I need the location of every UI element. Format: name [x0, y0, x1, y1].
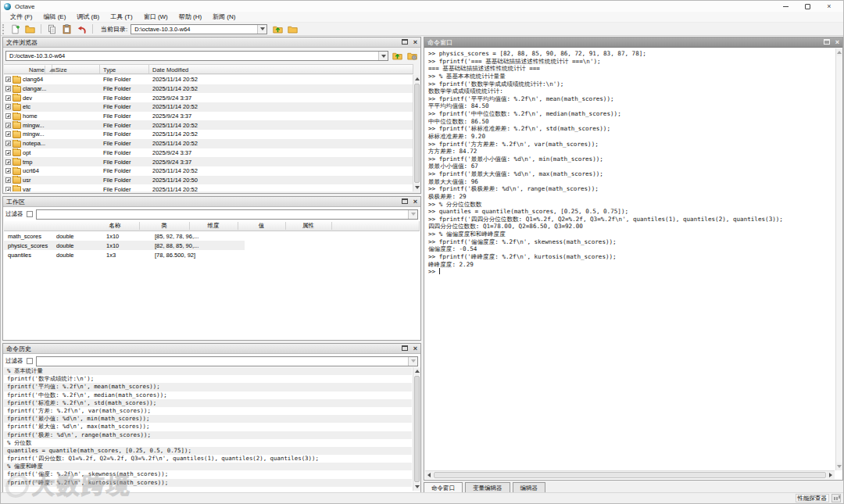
menu-item[interactable]: 帮助 (H): [173, 12, 207, 23]
menu-item[interactable]: 工具 (T): [105, 12, 138, 23]
file-row[interactable]: devFile Folder2025/9/24 3:37: [4, 93, 413, 102]
scroll-left-button[interactable]: [425, 471, 433, 479]
history-command[interactable]: % 分位数: [4, 439, 412, 447]
history-scrollbar[interactable]: [413, 367, 420, 491]
close-button[interactable]: ×: [818, 1, 840, 12]
expand-icon[interactable]: [5, 104, 11, 109]
maximize-button[interactable]: [796, 1, 818, 12]
history-command[interactable]: fprintf('标准差: %.2f\n', std(math_scores))…: [4, 399, 412, 407]
file-list-scrollbar[interactable]: [413, 75, 420, 191]
one-directory-up-button[interactable]: [391, 51, 403, 62]
expand-icon[interactable]: [5, 159, 11, 165]
history-command[interactable]: fprintf('峰度: %.2f\n', kurtosis(math_scor…: [4, 479, 412, 487]
file-row[interactable]: clang64File Folder2025/11/14 20:52: [4, 75, 413, 84]
panel-close-button[interactable]: ×: [413, 345, 417, 352]
workspace-variable-row[interactable]: physics_scoresdouble1x10[82, 88, 85, 90,…: [4, 241, 245, 250]
expand-icon[interactable]: [5, 95, 11, 101]
command-window-vscrollbar[interactable]: [835, 48, 842, 470]
combo-dropdown-button[interactable]: [408, 357, 417, 366]
column-header-type[interactable]: Type: [100, 65, 149, 73]
history-filter-combobox[interactable]: [36, 356, 419, 366]
toolbar-handle[interactable]: [2, 24, 5, 34]
file-row[interactable]: mingw...File Folder2025/11/14 20:52: [4, 130, 413, 139]
menu-item[interactable]: 调试 (B): [71, 12, 105, 23]
menu-item[interactable]: 新闻 (N): [207, 12, 241, 23]
column-header-name[interactable]: Name: [4, 65, 52, 73]
new-script-button[interactable]: [9, 23, 22, 35]
filter-checkbox[interactable]: [27, 211, 33, 217]
scroll-down-button[interactable]: [413, 184, 420, 191]
scroll-up-button[interactable]: [413, 75, 420, 83]
current-directory-combobox[interactable]: D:\octave-10.3.0-w64: [131, 24, 267, 34]
menu-item[interactable]: 编辑 (E): [38, 12, 71, 23]
file-row[interactable]: notepa...File Folder2025/11/14 20:52: [4, 139, 413, 148]
column-header-size[interactable]: Size: [52, 65, 100, 73]
expand-icon[interactable]: [5, 131, 11, 137]
file-row[interactable]: varFile Folder2025/11/14 20:52: [4, 184, 413, 191]
scroll-up-button[interactable]: [413, 367, 420, 375]
column-header-class[interactable]: 类: [140, 222, 190, 230]
panel-close-button[interactable]: ×: [413, 198, 417, 205]
column-header-attribute[interactable]: 属性: [286, 222, 332, 230]
history-command[interactable]: fprintf('数学成绩统计:\n');: [4, 375, 412, 383]
combo-dropdown-button[interactable]: [378, 52, 388, 60]
column-header-value[interactable]: 值: [238, 222, 286, 230]
file-row[interactable]: optFile Folder2025/9/24 3:37: [4, 148, 413, 158]
filter-checkbox[interactable]: [27, 358, 33, 364]
file-row[interactable]: ucrt64File Folder2025/11/14 20:52: [4, 166, 413, 176]
expand-icon[interactable]: [5, 150, 11, 155]
undock-button[interactable]: [402, 39, 408, 46]
scrollbar-thumb[interactable]: [434, 472, 826, 478]
file-row[interactable]: homeFile Folder2025/9/24 3:37: [4, 112, 413, 121]
file-table-header[interactable]: Name Size Type Date Modified: [4, 64, 413, 74]
history-command[interactable]: fprintf('偏度: %.2f\n', skewness(math_scor…: [4, 470, 412, 478]
file-row[interactable]: etcFile Folder2025/11/14 20:52: [4, 102, 413, 112]
file-row[interactable]: usrFile Folder2025/11/14 20:50: [4, 176, 413, 185]
history-command[interactable]: fprintf('方差: %.2f\n', var(math_scores));: [4, 407, 412, 415]
minimize-button[interactable]: [774, 1, 796, 12]
history-command[interactable]: % 基本统计量: [4, 367, 412, 375]
workspace-variable-row[interactable]: quantilesdouble1x3[78, 86.500, 92]: [4, 250, 291, 259]
undock-button[interactable]: [402, 345, 408, 352]
history-command[interactable]: % 偏度和峰度: [4, 463, 412, 470]
panel-close-button[interactable]: ×: [413, 39, 417, 45]
scroll-down-button[interactable]: [413, 483, 420, 491]
folder-actions-button[interactable]: [406, 51, 418, 62]
expand-icon[interactable]: [5, 77, 11, 82]
panel-close-button[interactable]: ×: [835, 39, 839, 45]
browse-directory-button[interactable]: [286, 23, 299, 35]
column-header-date-modified[interactable]: Date Modified: [149, 65, 413, 73]
command-window-hscrollbar[interactable]: [425, 470, 835, 479]
column-header-variable-name[interactable]: 名称: [91, 222, 140, 230]
file-row[interactable]: clangar...File Folder2025/11/14 20:52: [4, 84, 413, 94]
expand-icon[interactable]: [5, 177, 11, 183]
undock-button[interactable]: [402, 198, 408, 206]
expand-icon[interactable]: [5, 141, 11, 146]
history-command[interactable]: quantiles = quantile(math_scores, [0.25,…: [4, 447, 412, 455]
undo-button[interactable]: [75, 23, 88, 35]
expand-icon[interactable]: [5, 86, 11, 91]
workspace-variable-row[interactable]: math_scoresdouble1x10[85, 92, 78, 96,...: [4, 231, 291, 241]
history-command[interactable]: fprintf('平均值: %.2f\n', mean(math_scores)…: [4, 383, 412, 391]
history-command[interactable]: fprintf('四分位数: Q1=%.2f, Q2=%.2f, Q3=%.2f…: [4, 455, 412, 463]
copy-button[interactable]: [45, 23, 59, 35]
history-command[interactable]: fprintf('最小值: %d\n', min(math_scores));: [4, 415, 412, 423]
scrollbar-thumb[interactable]: [414, 376, 420, 482]
file-row[interactable]: tmpFile Folder2025/9/24 3:37: [4, 157, 413, 166]
column-header-dimension[interactable]: 维度: [190, 222, 238, 230]
undock-button[interactable]: [824, 39, 830, 46]
file-browser-path-combobox[interactable]: D:/octave-10.3.0-w64: [5, 51, 388, 61]
expand-icon[interactable]: [5, 113, 11, 119]
expand-icon[interactable]: [5, 123, 11, 128]
workspace-filter-combobox[interactable]: [36, 209, 419, 220]
history-command[interactable]: fprintf('最大值: %d\n', max(math_scores));: [4, 423, 412, 431]
console-output[interactable]: >> physics_scores = [82, 88, 85, 90, 86,…: [425, 48, 835, 470]
profiler-icon[interactable]: [831, 494, 841, 502]
menu-item[interactable]: 窗口 (W): [138, 12, 173, 23]
expand-icon[interactable]: [5, 168, 11, 173]
scroll-down-button[interactable]: [836, 463, 842, 470]
paste-button[interactable]: [60, 23, 73, 35]
expand-icon[interactable]: [5, 187, 11, 191]
workspace-table-header[interactable]: 名称 类 维度 值 属性: [4, 221, 420, 231]
directory-up-button[interactable]: [271, 23, 284, 35]
